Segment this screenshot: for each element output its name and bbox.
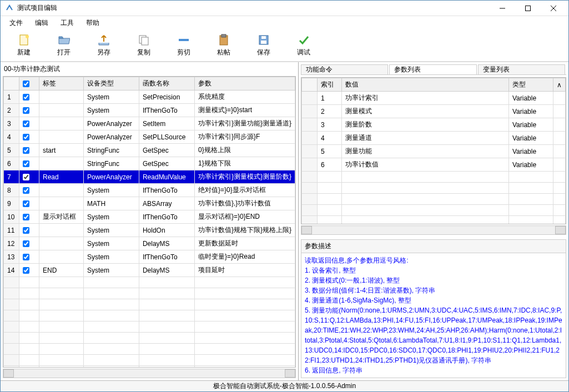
row-params[interactable]: 测量模式}=}0}start <box>194 104 295 117</box>
row-func[interactable]: GetSpec <box>139 157 194 170</box>
table-row[interactable]: 1SystemSetPrecision系统精度 <box>4 91 295 104</box>
row-devtype[interactable]: StringFunc <box>83 144 139 157</box>
row-func[interactable]: SetPrecision <box>139 91 194 104</box>
close-button[interactable] <box>541 1 566 16</box>
steps-grid[interactable]: 标签 设备类型 函数名称 参数 1SystemSetPrecision系统精度2… <box>3 76 296 368</box>
table-row[interactable]: 2SystemIfThenGoTo测量模式}=}0}start <box>4 104 295 117</box>
row-check[interactable] <box>19 170 39 184</box>
prow-index[interactable]: 1 <box>318 92 342 105</box>
menu-file[interactable]: 文件 <box>4 17 28 29</box>
row-label[interactable] <box>39 224 83 237</box>
row-devtype[interactable]: System <box>83 184 139 197</box>
prow-value[interactable]: 测量模式 <box>342 105 509 118</box>
row-check[interactable] <box>19 104 39 117</box>
menu-edit[interactable]: 编辑 <box>29 17 54 29</box>
param-row[interactable]: 2测量模式Variable <box>302 105 566 118</box>
row-devtype[interactable]: System <box>83 104 139 117</box>
row-checkbox[interactable] <box>23 107 29 114</box>
prow-type[interactable]: Variable <box>509 145 553 158</box>
row-label[interactable]: start <box>39 144 83 157</box>
pcol-scroll[interactable]: ∧ <box>553 78 566 92</box>
row-checkbox[interactable] <box>23 147 29 154</box>
menu-help[interactable]: 帮助 <box>80 17 105 29</box>
row-devtype[interactable]: StringFunc <box>83 157 139 170</box>
table-row[interactable]: 5startStringFuncGetSpec0}规格上限 <box>4 144 295 157</box>
params-scrollbar-h[interactable] <box>301 225 566 235</box>
table-row[interactable]: 7ReadPowerAnalyzerReadMulValue功率计索引}测量模式… <box>4 170 295 184</box>
toolbar-copy[interactable]: 复制 <box>126 32 162 59</box>
row-check[interactable] <box>19 237 39 250</box>
row-func[interactable]: IfThenGoTo <box>139 184 194 197</box>
left-scrollbar-h[interactable] <box>3 369 296 378</box>
row-func[interactable]: SetItem <box>139 117 194 130</box>
param-row[interactable]: 5测量功能Variable <box>302 145 566 158</box>
row-devtype[interactable]: System <box>83 224 139 237</box>
row-devtype[interactable]: System <box>83 237 139 250</box>
row-devtype[interactable]: PowerAnalyzer <box>83 130 139 144</box>
prow-index[interactable]: 3 <box>318 118 342 132</box>
table-row[interactable]: 14ENDSystemDelayMS项目延时 <box>4 264 295 277</box>
row-label[interactable]: END <box>39 264 83 277</box>
row-check[interactable] <box>19 210 39 224</box>
param-row[interactable]: 3测量阶数Variable <box>302 118 566 132</box>
row-check[interactable] <box>19 224 39 237</box>
row-params[interactable]: 1}规格下限 <box>194 157 295 170</box>
toolbar-save[interactable]: 保存 <box>246 32 281 59</box>
row-func[interactable]: IfThenGoTo <box>139 250 194 264</box>
table-row[interactable]: 3PowerAnalyzerSetItem功率计索引}测量功能}测量通道} <box>4 117 295 130</box>
row-label[interactable] <box>39 184 83 197</box>
prow-value[interactable]: 功率计数值 <box>342 158 509 172</box>
pcol-type[interactable]: 类型 <box>509 78 553 92</box>
row-check[interactable] <box>19 184 39 197</box>
row-check[interactable] <box>19 264 39 277</box>
row-func[interactable]: DelayMS <box>139 264 194 277</box>
row-checkbox[interactable] <box>23 94 29 100</box>
row-params[interactable]: 显示对话框}=}0}END <box>194 210 295 224</box>
table-row[interactable]: 10显示对话框SystemIfThenGoTo显示对话框}=}0}END <box>4 210 295 224</box>
row-params[interactable]: 绝对值}=}0}显示对话框 <box>194 184 295 197</box>
prow-value[interactable]: 功率计索引 <box>342 92 509 105</box>
row-label[interactable] <box>39 157 83 170</box>
row-func[interactable]: IfThenGoTo <box>139 210 194 224</box>
row-check[interactable] <box>19 250 39 264</box>
row-label[interactable] <box>39 117 83 130</box>
row-devtype[interactable]: System <box>83 264 139 277</box>
prow-value[interactable]: 测量通道 <box>342 132 509 145</box>
row-devtype[interactable]: PowerAnalyzer <box>83 117 139 130</box>
row-params[interactable]: 功率计数值}规格下限}规格上限} <box>194 224 295 237</box>
row-params[interactable]: 临时变量}=}0}Read <box>194 250 295 264</box>
row-params[interactable]: 功率计数值},}功率计数值 <box>194 197 295 210</box>
row-label[interactable] <box>39 237 83 250</box>
row-label[interactable] <box>39 197 83 210</box>
row-params[interactable]: 更新数据延时 <box>194 237 295 250</box>
row-label[interactable] <box>39 250 83 264</box>
row-label[interactable]: Read <box>39 170 83 184</box>
row-func[interactable]: DelayMS <box>139 237 194 250</box>
prow-type[interactable]: Variable <box>509 132 553 145</box>
row-func[interactable]: HoldOn <box>139 224 194 237</box>
row-label[interactable] <box>39 130 83 144</box>
row-devtype[interactable]: System <box>83 91 139 104</box>
table-row[interactable]: 13SystemIfThenGoTo临时变量}=}0}Read <box>4 250 295 264</box>
table-row[interactable]: 9MATHABSArray功率计数值},}功率计数值 <box>4 197 295 210</box>
table-row[interactable]: 12SystemDelayMS更新数据延时 <box>4 237 295 250</box>
row-check[interactable] <box>19 197 39 210</box>
menu-tools[interactable]: 工具 <box>55 17 79 29</box>
row-params[interactable]: 系统精度 <box>194 91 295 104</box>
row-checkbox[interactable] <box>23 174 29 180</box>
row-checkbox[interactable] <box>23 214 29 220</box>
row-checkbox[interactable] <box>23 267 29 274</box>
row-checkbox[interactable] <box>23 227 29 234</box>
prow-index[interactable]: 4 <box>318 132 342 145</box>
table-row[interactable]: 6StringFuncGetSpec1}规格下限 <box>4 157 295 170</box>
row-params[interactable]: 功率计索引}同步源}F <box>194 130 295 144</box>
row-func[interactable]: IfThenGoTo <box>139 104 194 117</box>
row-label[interactable] <box>39 91 83 104</box>
row-params[interactable]: 功率计索引}测量功能}测量通道} <box>194 117 295 130</box>
row-devtype[interactable]: MATH <box>83 197 139 210</box>
row-checkbox[interactable] <box>23 120 29 127</box>
pcol-index[interactable]: 索引 <box>318 78 342 92</box>
row-check[interactable] <box>19 144 39 157</box>
header-checkbox[interactable] <box>23 81 29 87</box>
toolbar-paste[interactable]: 粘帖 <box>206 32 241 59</box>
